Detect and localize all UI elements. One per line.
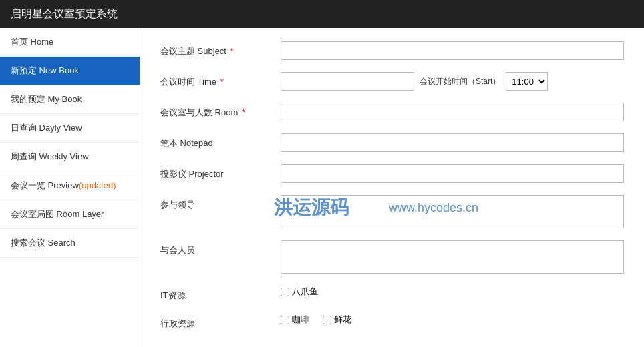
it-checkbox-octopus[interactable]: 八爪鱼 xyxy=(281,286,318,298)
admin-checkboxes: 咖啡 鲜花 xyxy=(281,314,351,326)
admin-row: 行政资源 咖啡 鲜花 xyxy=(160,314,624,330)
members-field xyxy=(281,240,624,274)
notepad-input[interactable] xyxy=(281,133,624,152)
leaders-label: 参与领导 xyxy=(160,195,281,211)
leaders-row: 参与领导 xyxy=(160,195,624,228)
it-label: IT资源 xyxy=(160,286,281,302)
sidebar-item-new-book[interactable]: 新预定 New Book xyxy=(0,57,140,85)
room-row: 会议室与人数 Room * xyxy=(160,103,624,121)
subject-field xyxy=(281,41,624,60)
time-label: 会议时间 Time * xyxy=(160,72,281,88)
admin-checkbox-coffee-input[interactable] xyxy=(281,316,289,324)
subject-label: 会议主题 Subject * xyxy=(160,41,281,57)
notepad-label: 笔本 Notepad xyxy=(160,133,281,149)
start-time-label: 会议开始时间（Start） xyxy=(420,76,500,87)
projector-row: 投影仪 Projector xyxy=(160,164,624,183)
sidebar-item-home[interactable]: 首页 Home xyxy=(0,28,140,57)
leaders-field xyxy=(281,195,624,228)
date-input[interactable]: 2015-04-22 xyxy=(281,72,414,91)
admin-field: 咖啡 鲜花 xyxy=(281,314,624,326)
members-row: 与会人员 xyxy=(160,240,624,274)
it-field: 八爪鱼 xyxy=(281,286,624,298)
projector-label: 投影仪 Projector xyxy=(160,164,281,180)
notepad-field xyxy=(281,133,624,152)
admin-checkbox-flowers-input[interactable] xyxy=(323,316,331,324)
main-content: 洪运源码 www.hycodes.cn 会议主题 Subject * 会议时间 … xyxy=(140,28,644,347)
admin-checkbox-flowers[interactable]: 鲜花 xyxy=(323,314,351,326)
notepad-row: 笔本 Notepad xyxy=(160,133,624,152)
sidebar-item-search[interactable]: 搜索会议 Search xyxy=(0,229,140,258)
it-checkbox-octopus-input[interactable] xyxy=(281,288,289,296)
time-field: 2015-04-22 会议开始时间（Start） 11:00 11:30 12:… xyxy=(281,72,624,91)
projector-input[interactable] xyxy=(281,164,624,183)
sidebar-item-daily-view[interactable]: 日查询 Dayly View xyxy=(0,114,140,143)
sidebar-item-my-book[interactable]: 我的预定 My Book xyxy=(0,85,140,114)
room-field xyxy=(281,103,624,121)
sidebar: 首页 Home 新预定 New Book 我的预定 My Book 日查询 Da… xyxy=(0,28,140,347)
sidebar-item-preview[interactable]: 会议一览 Preview(updated) xyxy=(0,171,140,200)
sidebar-item-room-layer[interactable]: 会议室局图 Room Layer xyxy=(0,200,140,229)
sidebar-item-weekly-view[interactable]: 周查询 Weekly View xyxy=(0,143,140,171)
subject-input[interactable] xyxy=(281,41,624,60)
room-label: 会议室与人数 Room * xyxy=(160,103,281,119)
leaders-input[interactable] xyxy=(281,195,624,228)
members-input[interactable] xyxy=(281,240,624,274)
members-label: 与会人员 xyxy=(160,240,281,256)
time-row: 会议时间 Time * 2015-04-22 会议开始时间（Start） 11:… xyxy=(160,72,624,91)
projector-field xyxy=(281,164,624,183)
admin-checkbox-coffee[interactable]: 咖啡 xyxy=(281,314,309,326)
subject-row: 会议主题 Subject * xyxy=(160,41,624,60)
it-checkboxes: 八爪鱼 xyxy=(281,286,318,298)
room-input[interactable] xyxy=(281,103,624,121)
admin-label: 行政资源 xyxy=(160,314,281,330)
it-row: IT资源 八爪鱼 xyxy=(160,286,624,302)
start-time-select[interactable]: 11:00 11:30 12:00 xyxy=(506,72,548,91)
app-title: 启明星会议室预定系统 xyxy=(11,7,118,21)
